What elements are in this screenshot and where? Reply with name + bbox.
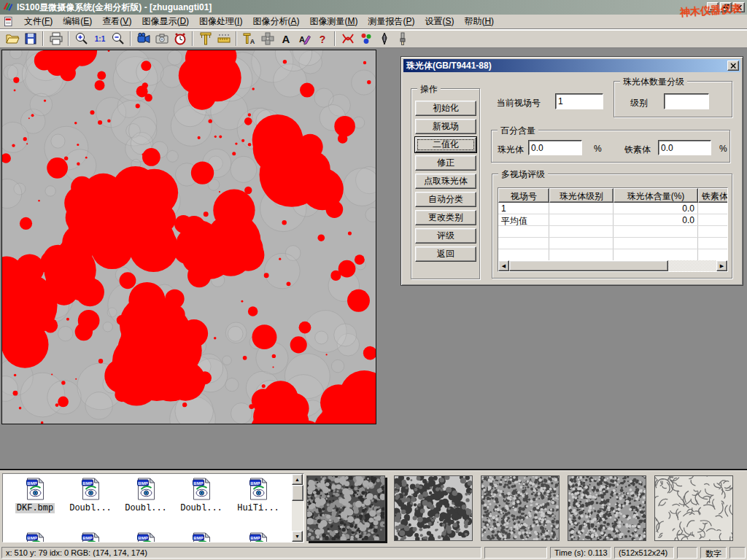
scroll-thumb[interactable] — [292, 485, 303, 501]
menu-item-4[interactable]: 图像处理(I) — [194, 14, 247, 29]
zoom-out-icon[interactable] — [109, 31, 127, 47]
table-cell — [498, 226, 549, 237]
menu-item-2[interactable]: 查看(V) — [97, 14, 136, 29]
multifield-group: 多视场评级 视场号珠光体级别珠光体含量(%)铁素体 10.0平均值0.0 ◀ ▶ — [492, 174, 732, 279]
file-name: Doubl... — [68, 503, 113, 513]
menu-item-7[interactable]: 测量报告(P) — [363, 14, 419, 29]
op-button-2[interactable]: 二值化 — [415, 137, 476, 152]
op-button-5[interactable]: 自动分类 — [415, 192, 476, 207]
annotate-icon[interactable]: A — [295, 31, 313, 47]
app-brush-strokes-icon — [2, 1, 14, 13]
menu-item-6[interactable]: 图像测量(M) — [304, 14, 363, 29]
menu-item-3[interactable]: 图像显示(D) — [136, 14, 194, 29]
table-cell — [549, 214, 614, 225]
file-item-partial[interactable]: BMP — [64, 532, 117, 542]
file-name: Doubl... — [123, 503, 169, 513]
table-row[interactable] — [498, 238, 727, 249]
sample-thumbnail-3[interactable] — [568, 475, 646, 541]
op-button-0[interactable]: 初始化 — [415, 101, 476, 116]
file-item-partial[interactable]: BMP — [175, 532, 228, 542]
clock-icon[interactable] — [171, 31, 189, 47]
scroll-thumb[interactable] — [509, 260, 668, 271]
restore-button[interactable] — [720, 2, 732, 12]
table-row[interactable] — [498, 226, 727, 238]
ferrite-percent-input[interactable] — [658, 140, 711, 155]
svg-text:BMP: BMP — [138, 536, 147, 540]
file-item[interactable]: BMP Doubl... — [120, 478, 172, 513]
pearlite-dialog: 珠光体(GB/T9441-88) 操作 初始化新视场二值化修正点取珠光体自动分类… — [400, 56, 743, 286]
pen-icon[interactable] — [375, 31, 393, 47]
file-item[interactable]: BMP Doubl... — [175, 478, 228, 513]
dialog-close-button[interactable] — [727, 61, 739, 71]
help-icon[interactable]: ? — [313, 31, 331, 47]
sample-thumbnail-1[interactable] — [394, 475, 473, 541]
micrograph-image[interactable] — [1, 50, 376, 424]
measure-text-icon[interactable]: A — [240, 31, 258, 47]
sample-thumbnail-0[interactable] — [306, 475, 385, 541]
sample-thumbnail-2[interactable] — [481, 475, 560, 541]
file-list-scrollbar[interactable]: ▲ ▼ — [292, 474, 303, 542]
zoom-in-icon[interactable] — [72, 31, 90, 47]
menu-item-9[interactable]: 帮助(H) — [459, 14, 499, 29]
save-icon[interactable] — [21, 31, 39, 47]
scroll-left-button[interactable]: ◀ — [498, 260, 509, 271]
op-button-8[interactable]: 返回 — [415, 246, 476, 262]
table-row[interactable]: 平均值0.0 — [498, 214, 727, 226]
scroll-up-button[interactable]: ▲ — [292, 474, 303, 485]
delete-curve-icon[interactable] — [338, 31, 357, 47]
rating-table[interactable]: 视场号珠光体级别珠光体含量(%)铁素体 10.0平均值0.0 ◀ ▶ — [498, 187, 728, 272]
op-button-4[interactable]: 点取珠光体 — [415, 174, 476, 189]
table-cell — [549, 249, 614, 260]
file-item[interactable]: BMP DKF.bmp — [9, 478, 61, 513]
menu-item-0[interactable]: 文件(F) — [19, 14, 58, 29]
file-list[interactable]: ▲ ▼ BMP DKF.bmp BMP Doubl... BMP Doubl..… — [2, 473, 304, 542]
table-horizontal-scrollbar[interactable]: ◀ ▶ — [498, 260, 727, 271]
camcorder-icon[interactable] — [134, 31, 152, 47]
toolbar-separator — [68, 31, 69, 46]
table-cell — [614, 249, 698, 260]
scroll-right-button[interactable]: ▶ — [716, 260, 727, 271]
table-row[interactable]: 10.0 — [498, 203, 727, 214]
grade-input[interactable] — [664, 93, 709, 109]
open-icon[interactable] — [3, 31, 21, 47]
phase-color-icon[interactable] — [357, 31, 375, 47]
document-icon[interactable] — [3, 16, 15, 28]
menu-bar: 文件(F)编辑(E)查看(V)图像显示(D)图像处理(I)图像分析(A)图像测量… — [0, 15, 747, 29]
camera-icon[interactable] — [152, 31, 171, 47]
status-empty-3 — [729, 547, 746, 559]
current-field-input[interactable] — [555, 93, 603, 109]
menu-item-5[interactable]: 图像分析(A) — [247, 14, 304, 29]
dialog-title-bar[interactable]: 珠光体(GB/T9441-88) — [403, 59, 740, 72]
table-row[interactable] — [498, 249, 727, 261]
close-button[interactable] — [733, 2, 745, 12]
file-item[interactable]: BMP Doubl... — [64, 478, 117, 513]
file-item-partial[interactable]: BMP — [120, 532, 172, 542]
minimize-button[interactable] — [707, 2, 719, 12]
menu-item-8[interactable]: 设置(S) — [419, 14, 459, 29]
print-icon[interactable] — [47, 31, 65, 47]
actual-size-icon[interactable]: 1:1 — [90, 31, 109, 47]
sample-thumbnail-4[interactable] — [654, 475, 733, 541]
current-field-label: 当前视场号 — [497, 97, 541, 109]
file-item-partial[interactable]: BMP — [232, 532, 285, 542]
operation-group-label: 操作 — [417, 83, 441, 96]
pearlite-percent-input[interactable] — [528, 140, 582, 155]
caliper-icon[interactable] — [196, 31, 214, 47]
file-item-partial[interactable]: BMP — [9, 532, 61, 542]
op-button-1[interactable]: 新视场 — [415, 119, 476, 134]
bottom-panel: ▲ ▼ BMP DKF.bmp BMP Doubl... BMP Doubl..… — [0, 469, 747, 545]
toolbar-separator — [192, 31, 193, 46]
op-button-7[interactable]: 评级 — [415, 228, 476, 244]
title-window-buttons — [707, 2, 745, 12]
status-bar: x: 510 y: 79 idx: 0 RGB: (174, 174, 174)… — [0, 545, 747, 560]
ruler-icon[interactable] — [214, 31, 233, 47]
svg-text:BMP: BMP — [250, 481, 260, 486]
file-item[interactable]: BMP HuiTi... — [232, 478, 285, 513]
op-button-3[interactable]: 修正 — [415, 155, 476, 171]
menu-item-1[interactable]: 编辑(E) — [58, 14, 97, 29]
op-button-6[interactable]: 更改类别 — [415, 210, 476, 225]
grid-icon[interactable] — [258, 31, 276, 47]
brush-icon[interactable] — [393, 31, 411, 47]
scroll-down-button[interactable]: ▼ — [292, 531, 303, 542]
text-icon[interactable]: A — [276, 31, 295, 47]
